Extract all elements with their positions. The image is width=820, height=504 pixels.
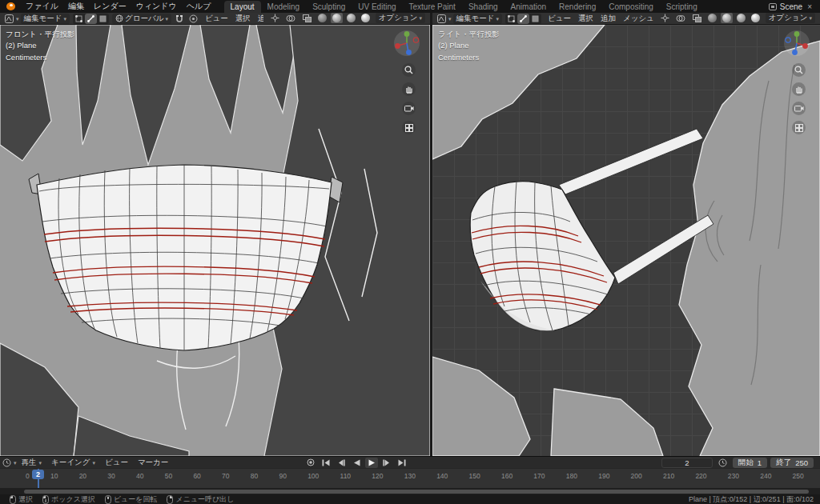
object-label: (2) Plane — [6, 40, 74, 51]
editor-type-icon[interactable] — [3, 14, 15, 24]
status-rotate-view-hint: ビューを回転 — [105, 494, 158, 504]
current-frame-field[interactable]: 2 — [661, 458, 713, 468]
shading-rendered-button[interactable] — [360, 13, 372, 23]
tick: 240 — [760, 472, 771, 480]
timeline-fields: 2 開始 1 終了 250 — [661, 458, 820, 468]
camera-view-icon[interactable] — [792, 102, 806, 115]
tab-scripting[interactable]: Scripting — [660, 1, 704, 13]
menu-keying[interactable]: キーイング▾ — [51, 458, 95, 468]
overlays-button[interactable] — [675, 13, 687, 23]
show-gizmo-button[interactable] — [659, 13, 671, 23]
camera-view-icon[interactable] — [402, 102, 416, 115]
start-frame-field[interactable]: 開始 1 — [733, 458, 767, 468]
ortho-toggle-icon[interactable] — [792, 121, 806, 134]
pan-hand-icon[interactable] — [792, 82, 806, 96]
tick: 60 — [193, 472, 200, 480]
shading-solid-button[interactable] — [331, 13, 343, 23]
options-dropdown[interactable]: オプション ▾ — [766, 13, 815, 23]
tab-modeling[interactable]: Modeling — [261, 1, 307, 13]
xray-toggle-button[interactable] — [691, 13, 703, 23]
edge-select-button[interactable] — [517, 14, 529, 24]
jump-to-end-button[interactable] — [396, 458, 408, 468]
viewport-3d-canvas-right[interactable]: ライト・平行投影 (2) Plane Centimeters — [432, 25, 820, 456]
tab-layout[interactable]: Layout — [224, 1, 261, 13]
end-frame-field[interactable]: 終了 250 — [770, 458, 814, 468]
viewport-tool-stack — [792, 63, 806, 134]
tick: 0 — [26, 472, 30, 480]
prev-keyframe-button[interactable] — [335, 458, 348, 468]
zoom-icon[interactable] — [402, 63, 416, 77]
mode-select[interactable]: 編集モード ▾ — [21, 14, 70, 24]
tab-uv-editing[interactable]: UV Editing — [352, 1, 402, 13]
overlays-button[interactable] — [285, 13, 297, 23]
face-select-button[interactable] — [97, 14, 109, 24]
play-button[interactable] — [365, 458, 378, 468]
viewport-header-right: オプション ▾ — [263, 13, 430, 23]
tab-animation[interactable]: Animation — [504, 1, 553, 13]
shading-material-button[interactable] — [345, 13, 357, 23]
menu-select[interactable]: 選択 — [578, 14, 593, 24]
menu-marker[interactable]: マーカー — [138, 458, 168, 468]
menu-view[interactable]: ビュー — [548, 14, 571, 24]
editor-type-caret-icon: ▾ — [448, 16, 452, 22]
scene-selector[interactable]: Scene × — [769, 2, 820, 11]
shading-wireframe-button[interactable] — [706, 13, 718, 23]
menu-add[interactable]: 追加 — [601, 14, 616, 24]
frame-ticks: 0 10 20 30 40 50 60 70 80 90 100 110 120… — [26, 472, 804, 480]
menu-render[interactable]: レンダー — [89, 1, 131, 12]
zoom-icon[interactable] — [792, 63, 806, 77]
shading-rendered-button[interactable] — [750, 13, 762, 23]
menu-window[interactable]: ウィンドウ — [131, 1, 182, 12]
proportional-edit-toggle[interactable] — [187, 14, 199, 24]
tick: 120 — [372, 472, 383, 480]
snap-magnet-toggle[interactable] — [174, 14, 186, 24]
shading-wireframe-button[interactable] — [316, 13, 328, 23]
tab-rendering[interactable]: Rendering — [553, 1, 602, 13]
menu-help[interactable]: ヘルプ — [182, 1, 216, 12]
next-keyframe-button[interactable] — [380, 458, 393, 468]
tab-sculpting[interactable]: Sculpting — [306, 1, 352, 13]
ortho-toggle-icon[interactable] — [402, 121, 416, 134]
scrollbar-thumb[interactable] — [24, 490, 809, 494]
options-dropdown[interactable]: オプション ▾ — [376, 13, 425, 23]
mode-select[interactable]: 編集モード ▾ — [453, 14, 502, 24]
editor-type-icon[interactable] — [436, 14, 448, 24]
menu-view-timeline[interactable]: ビュー — [105, 458, 128, 468]
shading-solid-button[interactable] — [721, 13, 733, 23]
vertex-select-button[interactable] — [73, 14, 85, 24]
tab-compositing[interactable]: Compositing — [602, 1, 660, 13]
viewport-header-right: ▾ 編集モード ▾ ビュー — [432, 13, 820, 25]
menu-edit[interactable]: 編集 — [63, 1, 89, 12]
scene-unlink-button[interactable]: × — [806, 2, 814, 11]
tab-shading[interactable]: Shading — [462, 1, 504, 13]
tick: 50 — [165, 472, 172, 480]
orientation-select[interactable]: グローバル ▾ — [112, 14, 171, 24]
mesh-stats: Plane | 頂点:0/152 | 辺:0/251 | 面:0/102 — [689, 494, 820, 504]
face-select-button[interactable] — [529, 14, 541, 24]
menu-mesh[interactable]: メッシュ — [623, 14, 654, 24]
viewport-3d-canvas-left[interactable]: フロント・平行投影 (2) Plane Centimeters — [0, 25, 430, 456]
pan-hand-icon[interactable] — [402, 82, 416, 96]
edge-select-button[interactable] — [85, 14, 97, 24]
timeline-editor-icon[interactable] — [1, 458, 13, 468]
jump-to-start-button[interactable] — [320, 458, 332, 468]
navigation-gizmo[interactable] — [783, 30, 810, 57]
menu-select[interactable]: 選択 — [235, 14, 251, 24]
menu-view[interactable]: ビュー — [205, 14, 228, 24]
navigation-gizmo[interactable] — [393, 30, 420, 57]
tick: 200 — [631, 472, 642, 480]
menu-playback[interactable]: 再生▾ — [22, 458, 42, 468]
editor-type-caret-icon: ▾ — [16, 16, 19, 22]
autokey-button[interactable] — [304, 458, 317, 468]
menu-file[interactable]: ファイル — [21, 1, 63, 12]
vertex-select-button[interactable] — [505, 14, 517, 24]
blender-logo-icon[interactable] — [5, 2, 18, 11]
show-gizmo-button[interactable] — [269, 13, 281, 23]
play-reverse-button[interactable] — [350, 458, 363, 468]
tick: 110 — [340, 472, 352, 480]
topbar: ファイル 編集 レンダー ウィンドウ ヘルプ Layout Modeling S… — [0, 0, 820, 13]
xray-toggle-button[interactable] — [301, 13, 313, 23]
timeline-ruler[interactable]: 0 10 20 30 40 50 60 70 80 90 100 110 120… — [0, 468, 820, 488]
shading-material-button[interactable] — [735, 13, 747, 23]
tab-texture-paint[interactable]: Texture Paint — [403, 1, 462, 13]
